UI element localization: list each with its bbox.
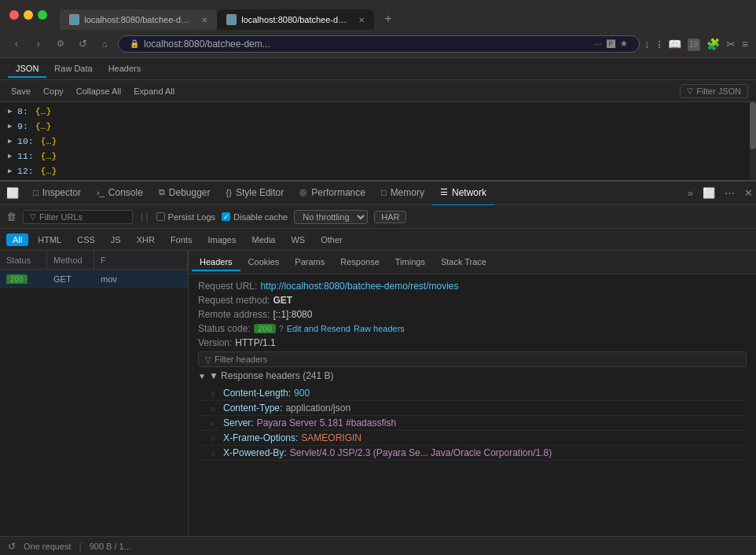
overflow-icon[interactable]: » bbox=[684, 184, 696, 202]
console-icon: ›_ bbox=[97, 188, 105, 197]
json-line-13[interactable]: ▶ 13: {…} bbox=[0, 178, 756, 180]
maximize-button[interactable] bbox=[38, 10, 47, 20]
close-button[interactable] bbox=[9, 10, 19, 20]
account-icon[interactable]: 18 bbox=[688, 37, 700, 51]
headers-tab-stack-trace[interactable]: Stack Trace bbox=[433, 254, 494, 271]
menu-icon[interactable]: ✂ bbox=[726, 38, 736, 50]
json-key-9: 9: bbox=[17, 121, 28, 131]
filter-headers-bar[interactable]: ▽ Filter headers bbox=[198, 351, 747, 367]
back-button[interactable]: ‹ bbox=[8, 35, 25, 53]
th-file: F bbox=[94, 251, 188, 269]
filter-fonts[interactable]: Fonts bbox=[164, 233, 199, 246]
tab-json[interactable]: JSON bbox=[8, 61, 46, 78]
filter-ws[interactable]: WS bbox=[284, 233, 311, 246]
reader-icon[interactable]: 📖 bbox=[668, 38, 681, 50]
detach-icon[interactable]: ⬜ bbox=[699, 184, 718, 202]
filter-html[interactable]: HTML bbox=[31, 233, 68, 246]
raw-headers-button[interactable]: Raw headers bbox=[354, 324, 405, 333]
td-file: mov bbox=[94, 274, 188, 284]
json-line-8[interactable]: ▶ 8: {…} bbox=[0, 104, 756, 119]
tab-performance[interactable]: ◎ Performance bbox=[292, 181, 373, 206]
filter-js[interactable]: JS bbox=[105, 233, 127, 246]
headers-tab-cookies[interactable]: Cookies bbox=[240, 254, 288, 271]
tab-debugger[interactable]: ⧉ Debugger bbox=[151, 181, 218, 206]
section-arrow: ▼ bbox=[198, 372, 206, 380]
filter-images[interactable]: Images bbox=[201, 233, 242, 246]
resp-val-server: Payara Server 5.181 #badassfish bbox=[257, 417, 396, 428]
minimize-button[interactable] bbox=[24, 10, 33, 20]
json-arrow-12: ▶ bbox=[8, 167, 17, 175]
address-input[interactable]: 🔒 localhost:8080/batchee-dem... ··· 🅿 ★ bbox=[118, 35, 640, 53]
json-line-12[interactable]: ▶ 12: {…} bbox=[0, 164, 756, 178]
json-line-10[interactable]: ▶ 10: {…} bbox=[0, 134, 756, 149]
settings-icon[interactable]: ⋯ bbox=[721, 184, 738, 202]
tab-close-1[interactable]: ✕ bbox=[201, 16, 207, 24]
filter-other[interactable]: Other bbox=[314, 233, 349, 246]
tab-raw-data[interactable]: Raw Data bbox=[46, 61, 100, 78]
filter-json-input[interactable]: ▽ Filter JSON bbox=[680, 84, 748, 98]
browser-tab-2[interactable]: 🌐 localhost:8080/batchee-demo/ ✕ bbox=[217, 9, 374, 30]
download-icon[interactable]: ↓ bbox=[644, 38, 650, 50]
filter-json-label: Filter JSON bbox=[696, 86, 741, 96]
resp-header-x-frame: ○ X-Frame-Options: SAMEORIGIN bbox=[198, 431, 747, 446]
more-icon[interactable]: ··· bbox=[595, 39, 602, 49]
clear-requests-button[interactable]: 🗑 bbox=[6, 211, 17, 222]
tools-button[interactable]: ⚙ bbox=[52, 35, 69, 53]
tab-memory[interactable]: □ Memory bbox=[373, 181, 432, 206]
persist-logs-checkbox[interactable]: Persist Logs bbox=[156, 212, 216, 222]
json-arrow-10: ▶ bbox=[8, 137, 17, 145]
status-code-value: 200 bbox=[254, 324, 276, 333]
tab-console[interactable]: ›_ Console bbox=[89, 181, 151, 206]
devtools-responsive-icon[interactable]: ⬜ bbox=[0, 181, 25, 206]
headers-tab-response[interactable]: Response bbox=[332, 254, 387, 271]
expand-all-button[interactable]: Expand All bbox=[130, 86, 178, 97]
status-sep-1: | bbox=[79, 541, 82, 552]
library-icon[interactable]: ⫶ bbox=[656, 38, 662, 50]
disable-cache-cb[interactable]: ✓ bbox=[222, 212, 230, 221]
har-button[interactable]: HAR bbox=[374, 211, 406, 223]
persist-logs-cb[interactable] bbox=[156, 212, 165, 221]
style-editor-icon: {} bbox=[226, 188, 232, 197]
browser-tab-1[interactable]: 🌐 localhost:8080/batchee-demo/ ✕ bbox=[60, 9, 217, 30]
tab-headers-top[interactable]: Headers bbox=[101, 61, 149, 78]
filter-css[interactable]: CSS bbox=[71, 233, 101, 246]
resp-header-content-type: ○ Content-Type: application/json bbox=[198, 401, 747, 416]
table-row[interactable]: 200 GET mov bbox=[0, 270, 188, 289]
json-line-9[interactable]: ▶ 9: {…} bbox=[0, 119, 756, 134]
reload-button[interactable]: ↺ bbox=[74, 35, 91, 53]
new-tab-button[interactable]: + bbox=[377, 8, 399, 30]
headers-tab-headers[interactable]: Headers bbox=[192, 254, 240, 271]
tab-network[interactable]: ☰ Network bbox=[432, 181, 494, 206]
throttle-select[interactable]: No throttling bbox=[294, 210, 368, 224]
tab-close-2[interactable]: ✕ bbox=[358, 16, 365, 24]
tab-inspector[interactable]: □ Inspector bbox=[25, 181, 89, 206]
save-button[interactable]: Save bbox=[8, 86, 34, 97]
collapse-all-button[interactable]: Collapse All bbox=[73, 86, 124, 97]
disable-cache-checkbox[interactable]: ✓ Disable cache bbox=[222, 212, 288, 222]
status-badge: 200 bbox=[6, 274, 28, 284]
copy-button[interactable]: Copy bbox=[40, 86, 67, 97]
filter-xhr[interactable]: XHR bbox=[130, 233, 161, 246]
pocket-icon[interactable]: 🅿 bbox=[607, 39, 615, 49]
extensions-icon[interactable]: 🧩 bbox=[706, 38, 720, 50]
hamburger-icon[interactable]: ≡ bbox=[742, 38, 748, 50]
json-line-11[interactable]: ▶ 11: {…} bbox=[0, 149, 756, 164]
response-headers-title[interactable]: ▼ ▼ Response headers (241 B) bbox=[198, 370, 747, 381]
help-icon[interactable]: ? bbox=[279, 325, 284, 333]
filter-headers-icon: ▽ bbox=[205, 355, 211, 364]
scrollbar-thumb[interactable] bbox=[750, 102, 756, 149]
headers-tab-params[interactable]: Params bbox=[287, 254, 332, 271]
edit-resend-button[interactable]: Edit and Resend bbox=[287, 324, 350, 333]
home-button[interactable]: ⌂ bbox=[96, 35, 113, 53]
close-devtools-icon[interactable]: ✕ bbox=[741, 184, 756, 202]
traffic-lights bbox=[9, 10, 47, 20]
resp-val-x-frame: SAMEORIGIN bbox=[301, 432, 361, 443]
tab-style-editor[interactable]: {} Style Editor bbox=[218, 181, 292, 206]
forward-button[interactable]: › bbox=[30, 35, 47, 53]
bookmark-icon[interactable]: ★ bbox=[620, 39, 628, 49]
filter-media[interactable]: Media bbox=[245, 233, 281, 246]
headers-tab-timings[interactable]: Timings bbox=[387, 254, 433, 271]
filter-urls-input[interactable]: ▽ Filter URLs bbox=[23, 210, 133, 224]
status-request-count: One request bbox=[24, 542, 72, 551]
filter-all[interactable]: All bbox=[6, 233, 28, 246]
